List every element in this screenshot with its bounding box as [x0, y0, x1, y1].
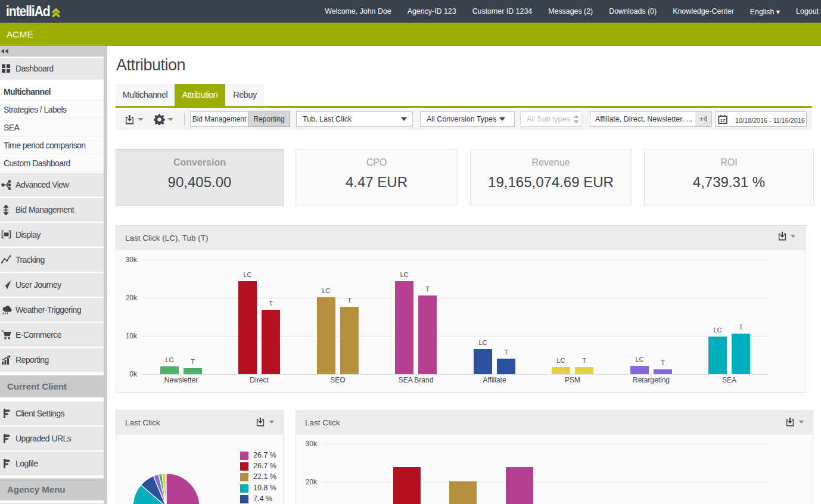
svg-text:17: 17 [720, 118, 726, 123]
